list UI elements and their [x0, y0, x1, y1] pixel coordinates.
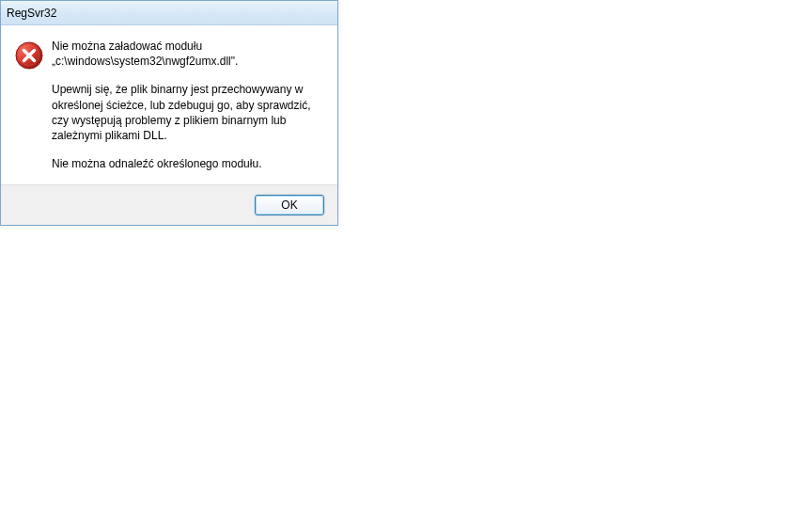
- button-row: OK: [1, 184, 337, 225]
- error-icon: [14, 40, 44, 71]
- titlebar[interactable]: RegSvr32: [1, 1, 337, 25]
- message-line-3: Nie można odnaleźć określonego modułu.: [52, 156, 322, 171]
- dialog-title: RegSvr32: [7, 7, 56, 20]
- error-dialog: RegSvr32 Nie można załadować modułu „c:\…: [0, 0, 338, 226]
- icon-column: [14, 39, 52, 177]
- ok-button[interactable]: OK: [255, 195, 324, 215]
- message-line-2: Upewnij się, że plik binarny jest przech…: [52, 82, 322, 143]
- dialog-body: Nie można załadować modułu „c:\windows\s…: [1, 25, 337, 184]
- message-line-1: Nie można załadować modułu „c:\windows\s…: [52, 39, 322, 69]
- message-column: Nie można załadować modułu „c:\windows\s…: [52, 39, 322, 177]
